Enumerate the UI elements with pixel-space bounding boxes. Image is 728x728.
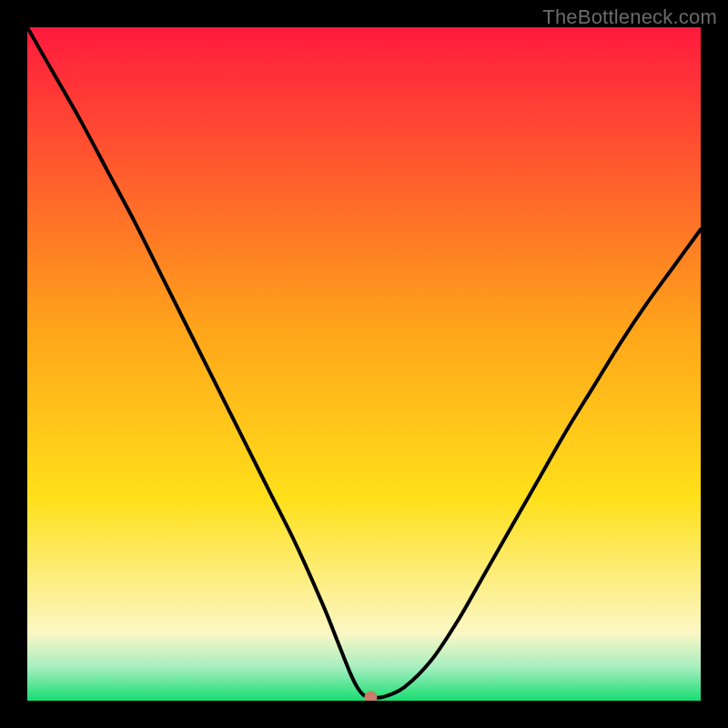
- watermark-text: TheBottleneck.com: [542, 5, 717, 29]
- bottleneck-chart: [27, 27, 701, 701]
- chart-stage: TheBottleneck.com: [0, 0, 728, 728]
- gradient-background: [27, 27, 701, 701]
